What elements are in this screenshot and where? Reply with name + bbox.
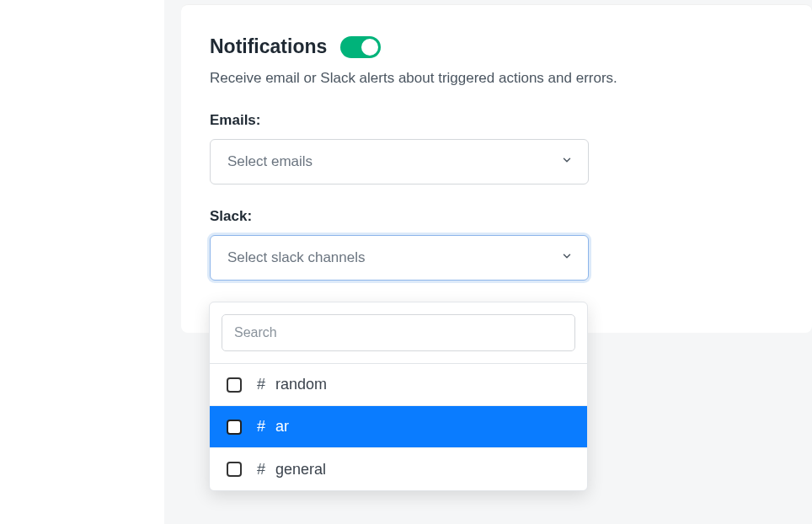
sidebar-area [0,0,164,524]
emails-field: Emails: Select emails [210,112,783,184]
dropdown-search-input[interactable] [222,314,575,351]
chevron-down-icon [561,154,573,169]
slack-label: Slack: [210,208,783,225]
options-list: # random # ar # general [210,363,587,490]
slack-field: Slack: Select slack channels [210,208,783,281]
notifications-toggle[interactable] [340,36,381,58]
checkbox[interactable] [227,462,242,477]
option-random[interactable]: # random [210,364,587,406]
emails-label: Emails: [210,112,783,129]
option-general[interactable]: # general [210,448,587,490]
checkbox[interactable] [227,420,242,435]
channel-label: # general [257,461,326,479]
notifications-title: Notifications [210,35,327,58]
toggle-knob [361,39,378,56]
header-row: Notifications [210,35,783,58]
chevron-down-icon [561,250,573,265]
hash-icon: # [257,461,265,479]
channel-name: general [275,461,326,479]
channel-name: random [275,376,327,393]
slack-select[interactable]: Select slack channels [210,235,589,281]
channel-label: # ar [257,418,289,436]
option-ar[interactable]: # ar [210,406,587,448]
emails-placeholder: Select emails [227,153,313,170]
search-wrap [210,302,587,363]
hash-icon: # [257,418,265,436]
notifications-description: Receive email or Slack alerts about trig… [210,70,783,87]
checkbox[interactable] [227,377,242,393]
hash-icon: # [257,376,265,393]
channel-name: ar [275,418,289,436]
channel-label: # random [257,376,327,393]
slack-dropdown-panel: # random # ar # general [209,302,588,491]
notifications-card: Notifications Receive email or Slack ale… [181,4,812,333]
emails-select[interactable]: Select emails [210,139,589,184]
slack-placeholder: Select slack channels [227,249,365,266]
